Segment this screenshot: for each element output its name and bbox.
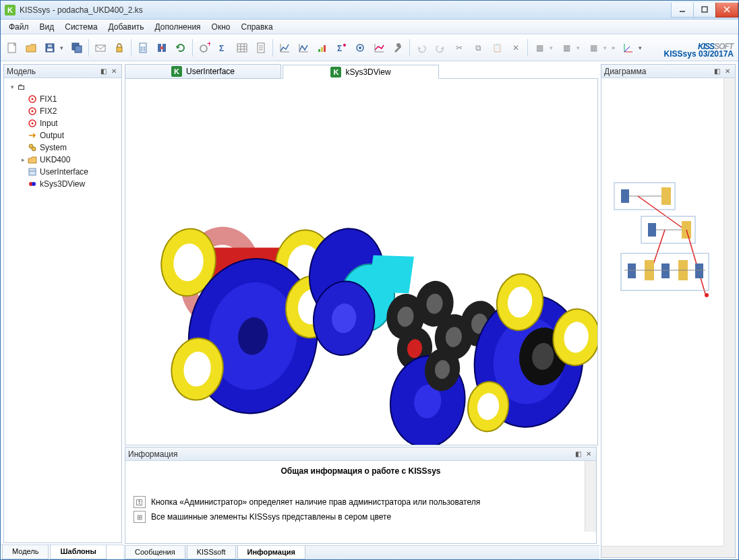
grid-c-icon[interactable]: ▦ bbox=[585, 39, 602, 57]
model-tree[interactable]: ▾🗀 FIX1 FIX2 Input Output System ▸UKD400… bbox=[4, 78, 121, 542]
scrollbar-vertical[interactable] bbox=[723, 78, 735, 546]
minimize-button[interactable] bbox=[671, 3, 694, 18]
wrench-icon[interactable] bbox=[389, 39, 407, 57]
panel-close-icon[interactable]: ✕ bbox=[584, 449, 593, 459]
sigma-icon[interactable]: Σ bbox=[214, 39, 232, 57]
sigma2-icon[interactable]: Σ bbox=[332, 39, 350, 57]
table-icon[interactable] bbox=[233, 39, 251, 57]
axes-icon[interactable] bbox=[620, 39, 637, 57]
save-dropdown-icon[interactable]: ▾ bbox=[60, 44, 67, 51]
menu-extras[interactable]: Дополнения bbox=[150, 21, 206, 33]
chart-c-icon[interactable] bbox=[370, 39, 388, 57]
tab-information[interactable]: Информация bbox=[237, 546, 305, 559]
efficiency-icon[interactable] bbox=[314, 39, 331, 57]
close-button[interactable] bbox=[715, 3, 738, 18]
save-icon[interactable] bbox=[41, 39, 59, 57]
tree-item[interactable]: Output bbox=[5, 129, 120, 142]
undock-icon[interactable]: ◧ bbox=[573, 449, 583, 459]
paste-icon[interactable]: 📋 bbox=[488, 39, 506, 57]
tab-3dview[interactable]: KkSys3DView bbox=[283, 65, 439, 79]
redo-icon[interactable] bbox=[432, 39, 449, 57]
mail-icon[interactable] bbox=[92, 39, 109, 57]
tree-item[interactable]: System bbox=[5, 142, 120, 154]
undock-icon[interactable]: ◧ bbox=[712, 67, 721, 76]
tab-messages[interactable]: Сообщения bbox=[125, 546, 185, 559]
chart-b-icon[interactable] bbox=[295, 39, 312, 57]
app-window: K KISSsys - podacha_UKD400_2.ks Файл Вид… bbox=[0, 0, 739, 560]
maximize-button[interactable] bbox=[693, 3, 716, 18]
save-as-icon[interactable] bbox=[68, 39, 86, 57]
titlebar[interactable]: K KISSsys - podacha_UKD400_2.ks bbox=[1, 1, 738, 20]
cut-icon[interactable]: ✂ bbox=[450, 39, 468, 57]
tab-label: UserInterface bbox=[186, 67, 235, 76]
schematic-diagram bbox=[611, 179, 726, 314]
menu-file[interactable]: Файл bbox=[3, 21, 34, 33]
copy-icon[interactable]: ⧉ bbox=[469, 39, 487, 57]
menu-window[interactable]: Окно bbox=[206, 21, 236, 33]
tab-model[interactable]: Модель bbox=[2, 545, 49, 559]
svg-rect-77 bbox=[368, 255, 414, 294]
toolbar-overflow-icon[interactable]: » bbox=[612, 44, 618, 51]
svg-rect-6 bbox=[47, 49, 53, 51]
tree-item[interactable]: Input bbox=[5, 117, 120, 129]
admin-icon[interactable] bbox=[111, 39, 128, 57]
grid-a-icon[interactable]: ▦ bbox=[531, 39, 548, 57]
grid-b-icon[interactable]: ▦ bbox=[558, 39, 575, 57]
svg-text:+: + bbox=[207, 42, 210, 49]
tree-item[interactable]: FIX2 bbox=[5, 105, 120, 117]
grid-b-dropdown-icon[interactable]: ▾ bbox=[577, 44, 583, 51]
chart-a-icon[interactable] bbox=[276, 39, 293, 57]
tab-userinterface[interactable]: KUserInterface bbox=[125, 64, 281, 78]
svg-point-14 bbox=[141, 47, 142, 49]
info-panel-title[interactable]: Информация ◧ ✕ bbox=[125, 447, 596, 461]
tree-item[interactable]: kSys3DView bbox=[5, 178, 120, 190]
undock-icon[interactable]: ◧ bbox=[98, 67, 108, 76]
gear-add-icon[interactable]: + bbox=[196, 39, 213, 57]
kinematic-icon[interactable] bbox=[153, 39, 171, 57]
menu-system[interactable]: Система bbox=[59, 21, 102, 33]
undo-icon[interactable] bbox=[413, 39, 430, 57]
menu-view[interactable]: Вид bbox=[34, 21, 60, 33]
open-file-icon[interactable] bbox=[22, 39, 40, 57]
svg-rect-39 bbox=[324, 45, 326, 52]
svg-point-50 bbox=[32, 98, 34, 100]
scrollbar-horizontal[interactable] bbox=[601, 546, 723, 557]
svg-point-15 bbox=[144, 47, 145, 49]
info-text: Кнопка «Администратор» определяет наличи… bbox=[151, 497, 480, 507]
settings-gear-icon[interactable] bbox=[351, 39, 369, 57]
panel-close-icon[interactable]: ✕ bbox=[109, 67, 119, 76]
svg-text:Σ: Σ bbox=[337, 44, 342, 53]
svg-rect-1 bbox=[702, 7, 707, 12]
svg-rect-105 bbox=[621, 189, 629, 203]
menu-help[interactable]: Справка bbox=[235, 21, 278, 33]
bottom-tabs: Сообщения KISSsoft Информация bbox=[123, 545, 599, 559]
info-text: Все машинные элементы KISSsys представле… bbox=[151, 512, 391, 522]
info-heading: Общая информация о работе с KISSsys bbox=[134, 466, 588, 476]
delete-icon[interactable]: ✕ bbox=[507, 39, 525, 57]
report-icon[interactable] bbox=[252, 39, 270, 57]
diagram-panel-label: Диаграмма bbox=[604, 67, 646, 76]
left-bottom-tabs: Модель Шаблоны bbox=[1, 545, 123, 559]
tab-templates[interactable]: Шаблоны bbox=[50, 545, 106, 559]
menu-add[interactable]: Добавить bbox=[103, 21, 150, 33]
calc-icon[interactable] bbox=[134, 39, 152, 57]
grid-a-dropdown-icon[interactable]: ▾ bbox=[550, 44, 556, 51]
panel-close-icon[interactable]: ✕ bbox=[723, 67, 732, 76]
window-title: KISSsys - podacha_UKD400_2.ks bbox=[20, 5, 672, 15]
tree-root[interactable]: ▾🗀 bbox=[5, 81, 120, 93]
window-controls bbox=[672, 3, 738, 18]
grid-c-dropdown-icon[interactable]: ▾ bbox=[603, 44, 610, 51]
svg-point-122 bbox=[705, 293, 709, 297]
tree-item[interactable]: ▸UKD400 bbox=[5, 154, 120, 166]
model-panel-title[interactable]: Модель ◧ ✕ bbox=[4, 65, 121, 78]
tree-item[interactable]: UserInterface bbox=[5, 166, 120, 178]
axes-dropdown-icon[interactable]: ▾ bbox=[639, 44, 645, 51]
diagram-body[interactable] bbox=[601, 78, 735, 557]
refresh-icon[interactable] bbox=[172, 39, 189, 57]
tab-kisssoft[interactable]: KISSsoft bbox=[187, 546, 236, 559]
new-file-icon[interactable] bbox=[3, 39, 21, 57]
tree-item[interactable]: FIX1 bbox=[5, 93, 120, 105]
3d-viewport[interactable] bbox=[125, 79, 598, 445]
diagram-panel-title[interactable]: Диаграмма ◧ ✕ bbox=[601, 65, 735, 78]
scrollbar-vertical[interactable] bbox=[585, 461, 596, 532]
